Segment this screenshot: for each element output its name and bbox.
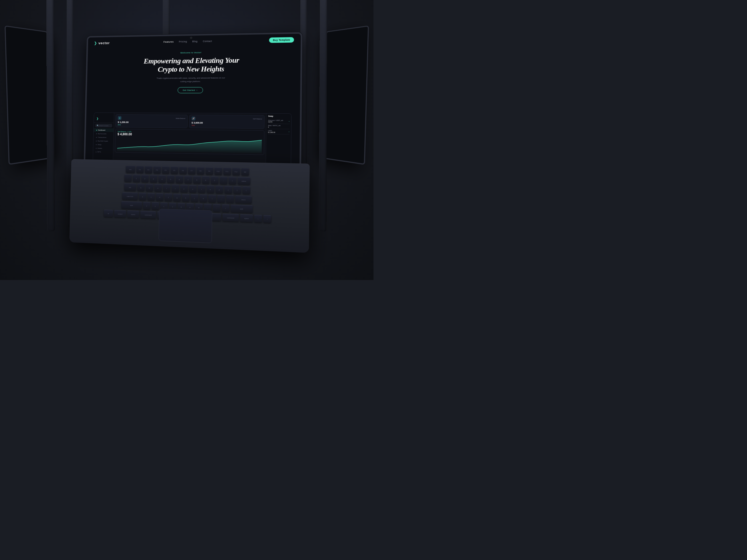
wallet-card-1: ₿ Wallet Balance $ 1,200.00 25% — [115, 114, 187, 128]
dash-nav-transactions[interactable]: Transactions — [93, 135, 113, 139]
dash-search: 🔍 Search assets — [95, 124, 112, 127]
nav-link-blog[interactable]: Blog — [192, 40, 198, 43]
key-f1[interactable]: F1 — [136, 166, 144, 173]
key-bracket-close[interactable]: ] — [233, 186, 241, 194]
token-name-3: USDT — [268, 130, 275, 131]
dash-nav-dot-4 — [96, 140, 97, 141]
key-bracket-open[interactable]: [ — [224, 186, 232, 194]
key-f3[interactable]: F3 — [153, 166, 161, 174]
key-6[interactable]: 6 — [176, 176, 183, 183]
key-command-right[interactable]: command — [223, 214, 239, 222]
key-backslash[interactable]: \ — [242, 186, 250, 194]
trackpad[interactable] — [159, 209, 212, 243]
dash-nav-accounts[interactable]: My Accounts — [94, 132, 114, 135]
key-w[interactable]: w — [146, 184, 153, 191]
key-slash[interactable]: / — [222, 204, 229, 212]
key-3[interactable]: 3 — [150, 175, 157, 183]
key-n[interactable]: n — [186, 203, 194, 211]
key-p[interactable]: p — [215, 186, 223, 193]
key-m[interactable]: m — [195, 204, 203, 211]
key-tab[interactable]: tab — [124, 183, 136, 191]
key-f12[interactable]: F12 — [232, 168, 240, 176]
key-z[interactable]: z — [143, 202, 151, 210]
key-esc[interactable]: esc — [126, 165, 135, 173]
token-item-2: Matic / MATIC_eth 0 — [268, 124, 290, 129]
key-9[interactable]: 9 — [202, 176, 210, 184]
key-f[interactable]: f — [164, 193, 172, 201]
token-change-3: + — [289, 131, 289, 133]
key-comma[interactable]: , — [204, 204, 211, 211]
nav-link-pricing[interactable]: Pricing — [179, 40, 187, 43]
key-0[interactable]: 0 — [211, 176, 218, 184]
key-option-right[interactable]: option — [240, 214, 253, 222]
hero-cta-button[interactable]: Get Started → — [178, 87, 203, 93]
key-control[interactable]: control — [114, 210, 126, 218]
key-option-left[interactable]: option — [127, 210, 139, 218]
dash-nav-dashboard[interactable]: Dashboard — [94, 128, 114, 132]
wallet-row: ₿ Wallet Balance $ 1,200.00 25% 🚀 DeFi B… — [115, 114, 264, 129]
key-return[interactable]: return — [235, 195, 252, 204]
key-r[interactable]: r — [163, 184, 170, 192]
key-semicolon[interactable]: ; — [217, 195, 225, 203]
key-f2[interactable]: F2 — [145, 166, 152, 174]
key-b[interactable]: b — [177, 203, 185, 211]
wallet-card-2-header: 🚀 DeFi Balance — [191, 116, 262, 121]
key-x[interactable]: x — [152, 202, 159, 210]
dash-nav-nfts[interactable]: NFTs — [93, 150, 113, 154]
key-5[interactable]: 5 — [167, 176, 175, 183]
chart-total: $ 4,800.00 — [118, 132, 132, 136]
key-arrow-left[interactable]: ‹ — [254, 215, 262, 223]
token-name-1: Ethereum / USDT_eth — [268, 119, 283, 121]
key-d[interactable]: d — [156, 193, 163, 201]
key-4[interactable]: 4 — [158, 175, 166, 183]
key-1[interactable]: 1 — [133, 175, 140, 182]
key-e[interactable]: e — [154, 184, 162, 192]
key-k[interactable]: k — [200, 194, 207, 202]
key-delete[interactable]: delete — [237, 177, 250, 185]
key-caps[interactable]: caps lock — [122, 192, 138, 200]
key-del[interactable]: del — [241, 168, 249, 176]
key-2[interactable]: 2 — [141, 175, 149, 182]
key-i[interactable]: i — [198, 185, 205, 193]
buy-template-button[interactable]: Buy Template — [269, 37, 294, 43]
nav-links: Features Pricing Blog Contact — [163, 40, 212, 43]
wallet-percent-1: 25% — [118, 124, 185, 126]
key-row-bottom: fn control option command command option… — [90, 209, 286, 223]
side-display-left — [4, 25, 53, 165]
key-u[interactable]: u — [189, 185, 196, 193]
key-h[interactable]: h — [182, 194, 189, 202]
key-f4[interactable]: F4 — [162, 166, 170, 174]
key-shift-left[interactable]: shift — [121, 201, 142, 209]
nav-link-features[interactable]: Features — [163, 41, 174, 43]
nav-link-contact[interactable]: Contact — [203, 40, 212, 43]
key-o[interactable]: o — [206, 185, 214, 193]
key-period[interactable]: . — [213, 204, 221, 212]
key-a[interactable]: a — [139, 193, 147, 201]
key-q[interactable]: q — [137, 184, 145, 191]
key-backtick[interactable]: ` — [124, 175, 131, 182]
key-g[interactable]: g — [173, 194, 181, 201]
key-arrow-right[interactable]: › — [263, 215, 271, 223]
key-s[interactable]: s — [148, 193, 155, 201]
key-7[interactable]: 7 — [184, 176, 192, 184]
laptop: ❯ vector Features Pricing Blog Contact B… — [69, 32, 311, 253]
side-display-right — [320, 25, 369, 165]
key-command-left[interactable]: command — [140, 211, 156, 219]
key-t[interactable]: t — [172, 185, 179, 192]
key-8[interactable]: 8 — [193, 176, 201, 184]
key-j[interactable]: j — [191, 194, 198, 202]
dash-nav-swap[interactable]: Swap — [93, 143, 113, 146]
key-y[interactable]: y — [180, 185, 187, 192]
dash-nav-buy-sell[interactable]: Buy/Sell Crypto — [93, 139, 113, 143]
key-f5[interactable]: F5 — [171, 166, 178, 174]
key-minus[interactable]: - — [220, 177, 227, 184]
dash-nav-dot-7 — [96, 152, 97, 152]
key-v[interactable]: v — [169, 203, 176, 210]
key-equals[interactable]: = — [229, 177, 236, 185]
token-change-1: + — [289, 121, 289, 122]
dash-nav-assets[interactable]: Assets — [93, 146, 113, 151]
key-fn[interactable]: fn — [104, 210, 113, 217]
key-shift-right[interactable]: shift — [231, 205, 253, 213]
key-quote[interactable]: ' — [226, 195, 234, 203]
key-l[interactable]: l — [208, 195, 216, 203]
